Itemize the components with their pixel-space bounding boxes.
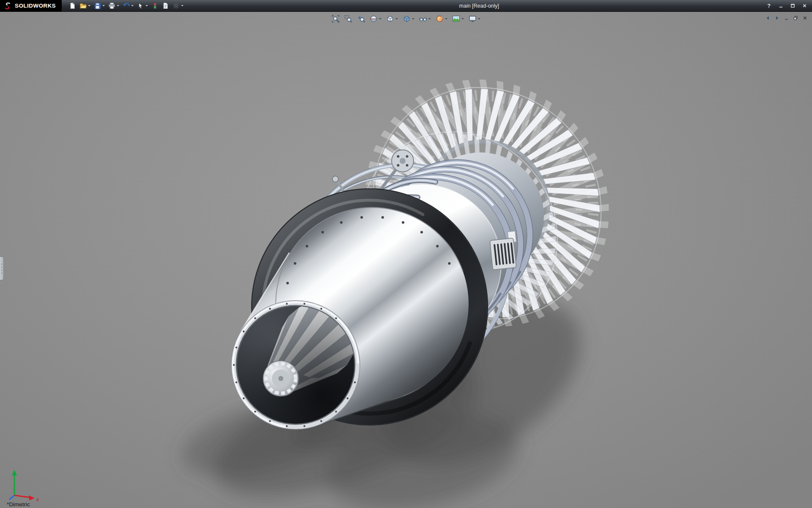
select-button[interactable] <box>136 1 149 11</box>
view-settings-icon <box>469 15 477 23</box>
file-properties-button[interactable] <box>161 1 170 11</box>
previous-document-button[interactable] <box>764 14 771 21</box>
view-orientation-label: *Dimetric <box>7 501 30 508</box>
previous-view-icon <box>357 15 365 23</box>
print-button[interactable] <box>107 1 121 11</box>
document-window-controls <box>764 14 809 21</box>
dropdown-caret-icon <box>445 18 447 19</box>
close-button[interactable] <box>799 2 809 10</box>
help-button[interactable]: ? <box>764 2 774 10</box>
apply-scene-icon <box>452 15 460 23</box>
options-button[interactable] <box>171 1 185 11</box>
minimize-document-button[interactable] <box>782 14 790 21</box>
print-icon <box>108 2 115 9</box>
dropdown-caret-icon <box>379 18 381 19</box>
solidworks-logo-icon <box>3 2 12 10</box>
graphics-area: x *Dimetric <box>0 12 812 508</box>
previous-document-icon <box>765 16 770 20</box>
edit-appearance-button[interactable] <box>434 14 449 24</box>
next-document-icon <box>775 16 779 20</box>
open-icon <box>80 2 87 9</box>
options-icon <box>173 2 180 9</box>
hide-show-items-button[interactable] <box>418 14 432 24</box>
close-document-button[interactable] <box>801 14 809 21</box>
dropdown-caret-icon <box>131 5 134 6</box>
save-icon <box>94 2 101 9</box>
apply-scene-button[interactable] <box>451 14 465 24</box>
hide-show-items-icon <box>419 15 427 23</box>
window-title: main [Read-only] <box>459 3 499 9</box>
view-settings-button[interactable] <box>467 14 482 24</box>
axis-y <box>12 470 17 495</box>
dropdown-caret-icon <box>478 18 480 19</box>
heads-up-view-toolbar <box>330 14 482 24</box>
dropdown-caret-icon <box>412 18 414 19</box>
rebuild-button[interactable] <box>150 1 160 11</box>
edit-appearance-icon <box>436 15 444 23</box>
brand-name: SOLIDWORKS <box>15 3 56 9</box>
previous-view-button[interactable] <box>356 14 366 24</box>
jet-engine-model <box>231 30 659 429</box>
app-window-controls: ? <box>764 2 812 10</box>
viewport-3d[interactable] <box>0 12 812 508</box>
next-document-button[interactable] <box>773 14 781 21</box>
new-document-button[interactable] <box>68 1 77 11</box>
axis-z <box>9 495 14 500</box>
close-icon <box>802 3 807 8</box>
maximize-icon <box>790 3 795 8</box>
dropdown-caret-icon <box>428 18 431 19</box>
file-properties-icon <box>162 2 169 9</box>
minimize-button[interactable] <box>776 2 786 10</box>
close-document-icon <box>803 16 807 20</box>
restore-document-icon <box>793 16 798 20</box>
main-toolbar <box>68 1 185 11</box>
splitter-grip-icon <box>1 263 3 274</box>
axis-x-label: x <box>36 497 39 502</box>
dropdown-caret-icon <box>395 18 398 19</box>
view-orientation-button[interactable] <box>385 14 399 24</box>
rebuild-icon <box>151 2 159 9</box>
maximize-button[interactable] <box>787 2 798 10</box>
section-view-icon <box>370 15 378 23</box>
zoom-to-area-button[interactable] <box>343 14 354 24</box>
display-style-button[interactable] <box>401 14 416 24</box>
zoom-to-area-icon <box>344 15 352 23</box>
new-document-icon <box>69 2 76 9</box>
save-button[interactable] <box>93 1 106 11</box>
help-icon: ? <box>767 3 771 9</box>
solidworks-logo-block: SOLIDWORKS <box>0 0 62 11</box>
display-style-icon <box>403 15 411 23</box>
dropdown-caret-icon <box>461 18 464 19</box>
dropdown-caret-icon <box>117 5 119 6</box>
dropdown-caret-icon <box>145 5 148 6</box>
select-icon <box>137 2 144 9</box>
dropdown-caret-icon <box>102 5 105 6</box>
dropdown-caret-icon <box>181 5 184 6</box>
zoom-to-fit-icon <box>332 15 340 23</box>
undo-icon <box>123 2 130 9</box>
undo-button[interactable] <box>121 1 135 11</box>
restore-document-button[interactable] <box>792 14 799 21</box>
dropdown-caret-icon <box>88 5 91 6</box>
front-rim-and-shaft <box>231 301 360 429</box>
section-view-button[interactable] <box>368 14 383 24</box>
zoom-to-fit-button[interactable] <box>330 14 341 24</box>
view-orientation-icon <box>386 15 394 23</box>
minimize-document-icon <box>784 16 789 20</box>
open-button[interactable] <box>78 1 92 11</box>
minimize-icon <box>779 3 783 8</box>
title-bar: SOLIDWORKS main [Read-only] ? <box>0 0 812 12</box>
featuremanager-splitter-handle[interactable] <box>0 257 4 280</box>
orientation-triad: x <box>5 466 44 502</box>
